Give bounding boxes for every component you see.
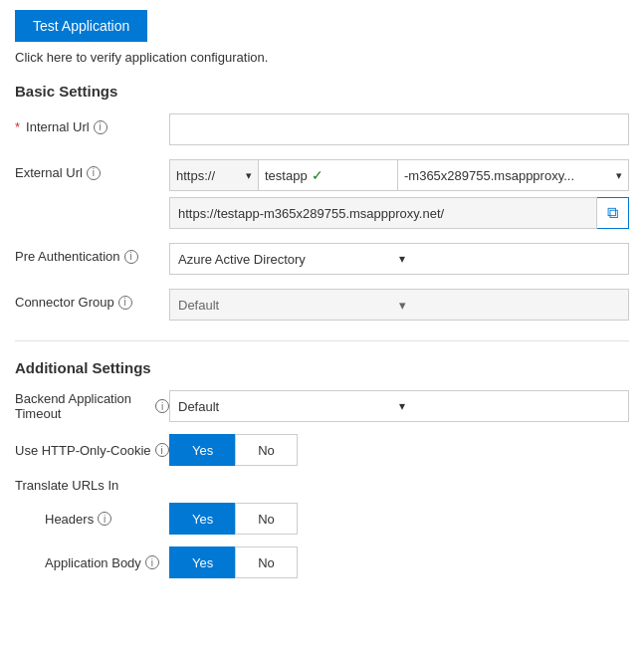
backend-timeout-control: Default ▾ — [169, 390, 629, 422]
test-application-button[interactable]: Test Application — [15, 10, 147, 42]
http-cookie-info-icon[interactable]: i — [155, 443, 169, 457]
connector-group-select[interactable]: Default ▾ — [169, 289, 629, 321]
verify-text: Click here to verify application configu… — [15, 50, 629, 65]
pre-auth-label: Pre Authentication i — [15, 243, 169, 264]
pre-auth-value: Azure Active Directory — [178, 252, 399, 267]
http-cookie-label: Use HTTP-Only-Cookie i — [15, 443, 169, 458]
pre-auth-label-text: Pre Authentication — [15, 249, 120, 264]
translate-urls-label: Translate URLs In — [15, 478, 629, 493]
translate-headers-label-text: Headers — [45, 512, 94, 527]
internal-url-input[interactable] — [169, 113, 629, 145]
connector-group-value: Default — [178, 298, 399, 313]
backend-timeout-label-text: Backend Application Timeout — [15, 391, 151, 421]
external-url-label-text: External Url — [15, 165, 83, 180]
url-domain-select[interactable]: -m365x289755.msappproxy... ▾ — [398, 159, 629, 191]
external-url-label: External Url i — [15, 159, 169, 180]
backend-timeout-value: Default — [178, 399, 399, 414]
translate-headers-info-icon[interactable]: i — [98, 512, 111, 526]
scheme-chevron-icon: ▾ — [246, 169, 252, 182]
translate-app-body-label: Application Body i — [45, 555, 169, 570]
backend-timeout-label: Backend Application Timeout i — [15, 391, 169, 421]
copy-icon: ⧉ — [607, 204, 618, 222]
pre-auth-group: Pre Authentication i Azure Active Direct… — [15, 243, 629, 275]
external-url-control-area: https:// ▾ testapp ✓ -m365x289755.msappp… — [169, 159, 629, 229]
app-body-no-button[interactable]: No — [235, 546, 298, 578]
external-url-selects-row: https:// ▾ testapp ✓ -m365x289755.msappp… — [169, 159, 629, 191]
additional-settings-section: Additional Settings Backend Application … — [15, 359, 629, 578]
http-cookie-label-text: Use HTTP-Only-Cookie — [15, 443, 151, 458]
http-cookie-group: Use HTTP-Only-Cookie i Yes No — [15, 434, 629, 466]
connector-group-control-area: Default ▾ — [169, 289, 629, 321]
app-body-yes-button[interactable]: Yes — [169, 546, 235, 578]
pre-auth-control-area: Azure Active Directory ▾ — [169, 243, 629, 275]
internal-url-input-area — [169, 113, 629, 145]
translate-app-body-label-text: Application Body — [45, 555, 141, 570]
translate-headers-toggle-group: Yes No — [169, 503, 298, 535]
backend-timeout-chevron-icon: ▾ — [399, 399, 620, 413]
pre-auth-info-icon[interactable]: i — [124, 250, 138, 264]
translate-app-body-group: Application Body i Yes No — [15, 546, 629, 578]
required-star: * — [15, 119, 20, 134]
backend-timeout-group: Backend Application Timeout i Default ▾ — [15, 390, 629, 422]
connector-group-label: Connector Group i — [15, 289, 169, 310]
pre-auth-select[interactable]: Azure Active Directory ▾ — [169, 243, 629, 275]
domain-chevron-icon: ▾ — [616, 169, 622, 182]
subdomain-check-icon: ✓ — [312, 167, 323, 183]
internal-url-info-icon[interactable]: i — [94, 120, 107, 134]
translate-urls-section: Translate URLs In Headers i Yes No Appli… — [15, 478, 629, 578]
http-cookie-no-button[interactable]: No — [235, 434, 298, 466]
headers-no-button[interactable]: No — [235, 503, 298, 535]
pre-auth-chevron-icon: ▾ — [399, 252, 620, 266]
external-url-display-row: https://testapp-m365x289755.msappproxy.n… — [169, 197, 629, 229]
connector-group-group: Connector Group i Default ▾ — [15, 289, 629, 321]
backend-timeout-info-icon[interactable]: i — [155, 399, 169, 413]
external-url-display: https://testapp-m365x289755.msappproxy.n… — [169, 197, 597, 229]
connector-group-chevron-icon: ▾ — [399, 298, 620, 313]
internal-url-label: * Internal Url i — [15, 113, 169, 134]
headers-yes-button[interactable]: Yes — [169, 503, 235, 535]
basic-settings-section: Basic Settings * Internal Url i External… — [15, 83, 629, 321]
internal-url-group: * Internal Url i — [15, 113, 629, 145]
connector-group-info-icon[interactable]: i — [118, 296, 132, 310]
external-url-info-icon[interactable]: i — [87, 166, 101, 180]
url-scheme-select[interactable]: https:// ▾ — [169, 159, 259, 191]
url-subdomain-value: testapp — [265, 168, 308, 183]
copy-url-button[interactable]: ⧉ — [597, 197, 629, 229]
url-domain-value: -m365x289755.msappproxy... — [404, 168, 574, 183]
http-cookie-toggle-group: Yes No — [169, 434, 298, 466]
translate-app-body-toggle-group: Yes No — [169, 546, 298, 578]
section-divider — [15, 340, 629, 341]
url-subdomain-select[interactable]: testapp ✓ — [259, 159, 398, 191]
external-url-group: External Url i https:// ▾ testapp ✓ -m36… — [15, 159, 629, 229]
internal-url-label-text: Internal Url — [26, 119, 90, 134]
translate-app-body-info-icon[interactable]: i — [145, 555, 159, 569]
url-scheme-value: https:// — [176, 168, 215, 183]
external-url-display-text: https://testapp-m365x289755.msappproxy.n… — [178, 206, 444, 221]
http-cookie-yes-button[interactable]: Yes — [169, 434, 235, 466]
backend-timeout-select[interactable]: Default ▾ — [169, 390, 629, 422]
translate-headers-group: Headers i Yes No — [15, 503, 629, 535]
additional-settings-title: Additional Settings — [15, 359, 629, 376]
connector-group-label-text: Connector Group — [15, 295, 114, 310]
translate-headers-label: Headers i — [45, 512, 169, 527]
basic-settings-title: Basic Settings — [15, 83, 629, 100]
